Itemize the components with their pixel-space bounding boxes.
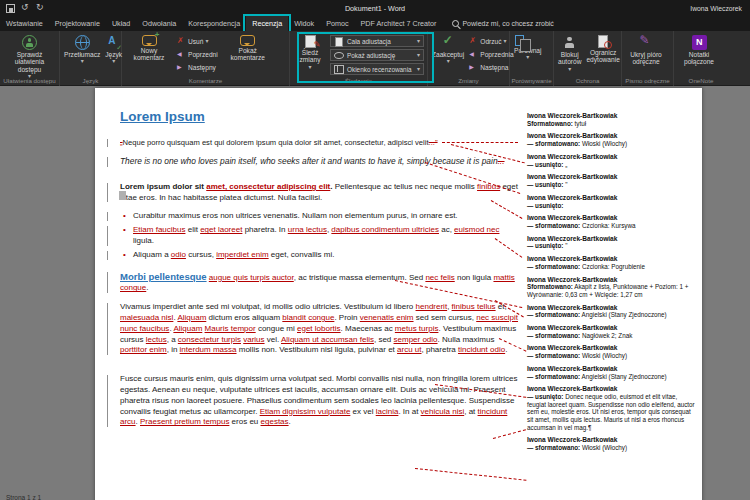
delete-comment-button[interactable]: Usuń ▾ [176, 35, 218, 47]
block-authors-button[interactable]: Blokuj autorów ▾ [557, 34, 582, 73]
paragraph[interactable]: There is no one who loves pain itself, w… [120, 156, 518, 167]
text-cursor [119, 191, 126, 200]
revision-author: Iwona Wieczorek-Bartkowiak [527, 385, 697, 393]
status-page-info[interactable]: Strona 1 z 1 [6, 494, 41, 500]
group-label: Ochrona [554, 77, 621, 86]
revision-author: Iwona Wieczorek-Bartkowiak [527, 276, 697, 284]
revision-entry[interactable]: Iwona Wieczorek-Bartkowiak— sformatowano… [527, 214, 697, 229]
group-protect: Blokuj autorów ▾ Ogranicz edytowanie Och… [554, 31, 622, 86]
track-changes-button[interactable]: Śledź zmiany ▾ [293, 34, 327, 71]
revision-pane: Iwona Wieczorek-BartkowiakSformatowano: … [527, 112, 697, 457]
revision-description: — sformatowano: Czcionka: Pogrubienie [527, 263, 697, 271]
ribbon: Sprawdź ułatwienia dostępu ▾ Ułatwienia … [0, 31, 750, 86]
tab-korespondencja[interactable]: Korespondencja [182, 16, 246, 31]
revision-entry[interactable]: Iwona Wieczorek-Bartkowiak— sformatowano… [527, 365, 697, 380]
translate-button[interactable]: Przetłumacz ▾ [63, 34, 101, 65]
revision-entry[interactable]: Iwona Wieczorek-Bartkowiak— usunięto: Do… [527, 385, 697, 431]
button-label: Odrzuć [480, 38, 501, 45]
paragraph[interactable]: Lorem ipsum dolor sit amet, consectetur … [120, 182, 518, 204]
revision-author: Iwona Wieczorek-Bartkowiak [527, 112, 697, 120]
next-change-button[interactable]: Następna [468, 61, 513, 73]
document-page[interactable]: Lorem Ipsum„Neque porro quisquam est qui… [95, 88, 702, 500]
revision-description: — usunięto: „ [527, 161, 697, 169]
button-label: Ukryj pióro odręczne [626, 51, 666, 66]
bullet-marker: • [123, 250, 126, 261]
revision-description: — sformatowano: Włoski (Włochy) [527, 444, 697, 452]
restrict-editing-icon [598, 35, 608, 48]
revision-author: Iwona Wieczorek-Bartkowiak [527, 132, 697, 140]
group-compare: Porównaj ▾ Porównywanie [510, 31, 554, 86]
tab-uklad[interactable]: Układ [106, 16, 136, 31]
button-label: Następny [188, 64, 216, 71]
revision-entry[interactable]: Iwona Wieczorek-Bartkowiak— sformatowano… [527, 132, 697, 147]
paragraph[interactable]: Morbi pellentesque augue quis turpis auc… [120, 271, 518, 295]
next-comment-icon [176, 62, 186, 72]
paragraph[interactable]: •Etiam faucibus elit eget laoreet pharet… [120, 225, 518, 247]
button-label: Przetłumacz [64, 51, 100, 58]
display-for-review-dropdown[interactable]: Cała adiustacja ▾ [330, 35, 424, 47]
compare-button[interactable]: Porównaj ▾ [513, 34, 543, 61]
language-button[interactable]: Język ▾ [104, 34, 123, 65]
linked-notes-button[interactable]: Notatki połączone [677, 34, 721, 67]
bullet-marker: • [123, 211, 126, 222]
tab-recenzja[interactable]: Recenzja [246, 16, 288, 31]
tab-pdf-architect[interactable]: PDF Architect 7 Creator [355, 16, 443, 31]
revision-entry[interactable]: Iwona Wieczorek-Bartkowiak— sformatowano… [527, 344, 697, 359]
revision-connector [415, 468, 526, 481]
check-accessibility-button[interactable]: Sprawdź ułatwienia dostępu ▾ [3, 34, 56, 80]
revision-entry[interactable]: Iwona Wieczorek-Bartkowiak— usunięto: [527, 194, 697, 209]
account-name[interactable]: Iwona Wieczorek [690, 5, 742, 12]
show-comments-icon [240, 35, 255, 46]
group-language: Przetłumacz ▾ Język ▾ Język [60, 31, 122, 86]
reviewing-pane-icon [334, 64, 344, 74]
button-label: Usuń [188, 38, 203, 45]
next-comment-button[interactable]: Następny [176, 61, 218, 73]
chevron-down-icon: ▾ [417, 38, 420, 44]
paragraph[interactable]: Lorem Ipsum [120, 108, 518, 126]
revision-entry[interactable]: Iwona Wieczorek-Bartkowiak— sformatowano… [527, 304, 697, 319]
show-comments-button[interactable]: Pokaż komentarze [221, 34, 275, 63]
group-ink: Ukryj pióro odręczne Pismo odręczne [622, 31, 674, 86]
group-label: Ułatwienia dostępu [0, 77, 59, 86]
word-window: Dokument1 - Word Iwona Wieczorek Wstawia… [0, 0, 750, 500]
revision-description: — sformatowano: Angielski (Stany Zjednoc… [527, 311, 697, 319]
paragraph[interactable]: Fusce cursus mauris enim, quis dignissim… [120, 374, 518, 428]
dropdown-value: Pokaż adiustację [347, 52, 395, 59]
previous-change-button[interactable]: Poprzednia [468, 48, 513, 60]
hide-ink-button[interactable]: Ukryj pióro odręczne [625, 34, 667, 67]
reject-button[interactable]: Odrzuć ▾ [468, 35, 513, 47]
revision-entry[interactable]: Iwona Wieczorek-Bartkowiak— sformatowano… [527, 255, 697, 270]
tab-wstawianie[interactable]: Wstawianie [0, 16, 49, 31]
new-comment-button[interactable]: Nowy komentarz [125, 34, 173, 63]
search-icon [452, 20, 459, 27]
tab-pomoc[interactable]: Pomoc [320, 16, 354, 31]
new-comment-icon [142, 35, 157, 46]
accept-button[interactable]: Zaakceptuj ▾ [431, 34, 465, 65]
revision-entry[interactable]: Iwona Wieczorek-Bartkowiak— sformatowano… [527, 436, 697, 451]
hide-ink-icon [639, 35, 654, 50]
button-label: Zaakceptuj [432, 51, 464, 58]
group-label: Komentarze [122, 77, 289, 86]
tell-me-label: Powiedz mi, co chcesz zrobić [462, 20, 553, 27]
revision-entry[interactable]: Iwona Wieczorek-Bartkowiak— sformatowano… [527, 324, 697, 339]
revision-entry[interactable]: Iwona Wieczorek-Bartkowiak— usunięto: „ [527, 153, 697, 168]
paragraph[interactable]: •Aliquam a odio cursus, imperdiet enim e… [120, 250, 518, 261]
document-area: Lorem Ipsum„Neque porro quisquam est qui… [0, 86, 750, 500]
restrict-editing-button[interactable]: Ogranicz edytowanie [585, 34, 620, 65]
button-label: Język [105, 51, 122, 58]
paragraph[interactable]: Vivamus imperdiet ante sed mi volutpat, … [120, 302, 518, 356]
paragraph[interactable]: „Neque porro quisquam est qui dolorem ip… [120, 138, 518, 148]
revision-entry[interactable]: Iwona Wieczorek-Bartkowiak— usunięto: " [527, 235, 697, 250]
revision-entry[interactable]: Iwona Wieczorek-Bartkowiak— usunięto: " [527, 173, 697, 188]
tab-widok[interactable]: Widok [288, 16, 320, 31]
tab-projektowanie[interactable]: Projektowanie [49, 16, 106, 31]
previous-comment-button[interactable]: Poprzedni [176, 48, 218, 60]
tell-me-search[interactable]: Powiedz mi, co chcesz zrobić [452, 16, 553, 31]
reject-icon [468, 36, 478, 46]
paragraph[interactable]: •Curabitur maximus eros non ultrices ven… [120, 211, 518, 222]
revision-entry[interactable]: Iwona Wieczorek-BartkowiakSformatowano: … [527, 276, 697, 299]
reviewing-pane-dropdown[interactable]: Okienko recenzowania ▾ [330, 63, 424, 75]
tab-odwolania[interactable]: Odwołania [136, 16, 182, 31]
show-markup-dropdown[interactable]: Pokaż adiustację ▾ [330, 49, 424, 61]
revision-entry[interactable]: Iwona Wieczorek-BartkowiakSformatowano: … [527, 112, 697, 127]
